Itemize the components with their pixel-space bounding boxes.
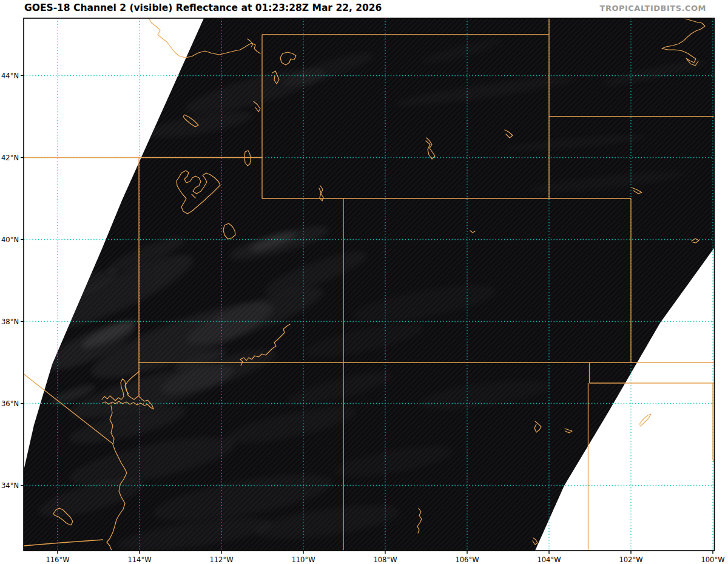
x-tick-label: 100°W (701, 556, 724, 564)
x-tick-label: 116°W (46, 556, 69, 564)
x-tick-label: 102°W (619, 556, 642, 564)
x-tick-label: 114°W (127, 556, 151, 564)
water-lake-meredith (639, 414, 651, 426)
y-tick-label: 42°N (1, 154, 19, 162)
y-tick-label: 36°N (1, 399, 19, 408)
x-tick-label: 104°W (537, 556, 561, 564)
y-tick-label: 38°N (1, 318, 19, 326)
y-tick-label: 44°N (1, 72, 19, 80)
map-canvas[interactable]: 116°W114°W112°W110°W108°W106°W104°W102°W… (0, 0, 728, 564)
x-tick-label: 110°W (291, 556, 315, 564)
satellite-figure: GOES-18 Channel 2 (visible) Reflectance … (0, 0, 728, 564)
x-tick-label: 108°W (373, 556, 397, 564)
x-tick-label: 106°W (455, 556, 479, 564)
x-tick-label: 112°W (209, 556, 233, 564)
y-tick-label: 40°N (1, 236, 19, 244)
y-tick-label: 34°N (1, 481, 19, 490)
